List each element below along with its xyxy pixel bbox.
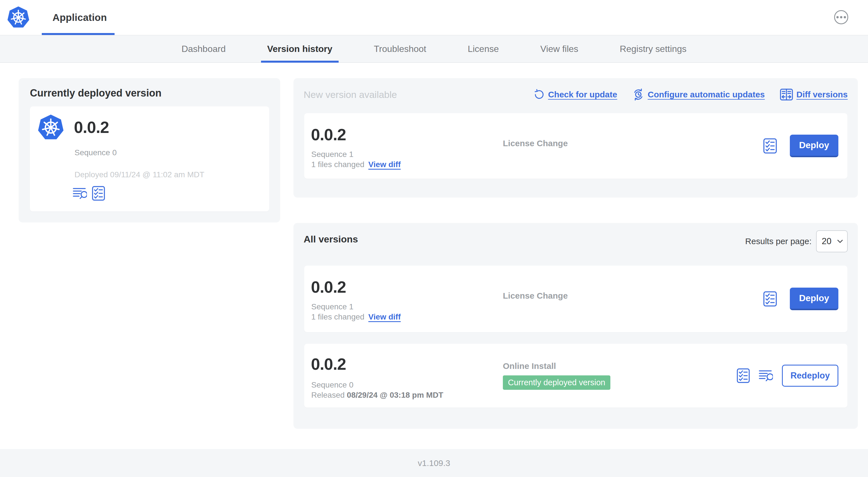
current-version-actions bbox=[73, 186, 105, 201]
current-version-number: 0.0.2 bbox=[74, 118, 109, 137]
row-version-number: 0.0.2 bbox=[311, 277, 346, 296]
section-tabbar: Dashboard Version history Troubleshoot L… bbox=[0, 35, 868, 63]
current-deployed-timestamp: Deployed 09/11/24 @ 11:02 am MDT bbox=[74, 170, 204, 179]
current-sequence-label: Sequence 0 bbox=[74, 148, 117, 157]
all-versions-heading: All versions bbox=[304, 234, 358, 245]
currently-deployed-heading: Currently deployed version bbox=[30, 87, 161, 99]
files-changed-label: 1 files changed bbox=[311, 312, 364, 322]
row-sequence: Sequence 1 bbox=[311, 302, 353, 311]
tab-license[interactable]: License bbox=[461, 35, 505, 62]
version-source-label: Online Install bbox=[503, 361, 556, 371]
app-title-tab[interactable]: Application bbox=[53, 12, 107, 23]
files-changed-row: 1 files changed View diff bbox=[311, 312, 401, 322]
files-changed-label: 1 files changed bbox=[311, 160, 364, 169]
version-row: 0.0.2 Sequence 0 Released 08/29/24 @ 03:… bbox=[304, 344, 847, 408]
preflight-checks-icon[interactable] bbox=[92, 186, 105, 201]
active-tab-underline bbox=[261, 61, 339, 63]
current-version-card: 0.0.2 Sequence 0 Deployed 09/11/24 @ 11:… bbox=[30, 107, 269, 211]
new-version-actions: Deploy bbox=[763, 113, 838, 179]
tab-registry-settings[interactable]: Registry settings bbox=[614, 35, 693, 62]
chevron-down-icon bbox=[837, 239, 843, 244]
version-row: 0.0.2 Sequence 1 1 files changed View di… bbox=[304, 266, 847, 332]
preflight-checks-icon[interactable] bbox=[763, 291, 777, 307]
results-per-page: Results per page: 20 bbox=[745, 230, 848, 252]
app-version-icon bbox=[37, 114, 64, 141]
currently-deployed-panel: Currently deployed version 0.0.2 Sequenc… bbox=[19, 78, 280, 222]
row-actions: Deploy bbox=[763, 266, 838, 332]
kubernetes-logo-icon bbox=[7, 6, 30, 29]
version-source-label: License Change bbox=[503, 139, 568, 148]
configure-automatic-updates-link[interactable]: Configure automatic updates bbox=[632, 89, 765, 100]
all-versions-panel: All versions Results per page: 20 0.0.2 … bbox=[293, 223, 858, 429]
row-sequence: Sequence 0 bbox=[311, 381, 353, 389]
tab-version-history[interactable]: Version history bbox=[261, 35, 339, 62]
new-version-header: New version available Check for update C… bbox=[304, 87, 848, 102]
redeploy-button[interactable]: Redeploy bbox=[782, 365, 838, 387]
app-footer: v1.109.3 bbox=[0, 449, 868, 477]
row-actions: Redeploy bbox=[737, 344, 838, 408]
released-date: 08/29/24 @ 03:18 pm MDT bbox=[347, 391, 443, 399]
console-version-label: v1.109.3 bbox=[417, 458, 450, 468]
preflight-checks-icon[interactable] bbox=[763, 138, 777, 154]
app-title-active-underline bbox=[42, 33, 115, 35]
new-version-panel: New version available Check for update C… bbox=[293, 78, 858, 198]
released-label: Released bbox=[311, 391, 345, 399]
tab-view-files[interactable]: View files bbox=[534, 35, 585, 62]
deploy-button[interactable]: Deploy bbox=[790, 135, 838, 157]
check-for-update-link[interactable]: Check for update bbox=[533, 89, 617, 100]
diff-icon bbox=[780, 89, 793, 100]
diff-versions-link[interactable]: Diff versions bbox=[780, 89, 848, 100]
results-per-page-select[interactable]: 20 bbox=[816, 230, 848, 252]
preflight-checks-icon[interactable] bbox=[737, 368, 750, 383]
new-version-sequence: Sequence 1 bbox=[311, 150, 353, 159]
results-per-page-label: Results per page: bbox=[745, 237, 812, 246]
view-deploy-logs-icon[interactable] bbox=[759, 369, 773, 382]
view-diff-link[interactable]: View diff bbox=[368, 312, 401, 322]
view-diff-link[interactable]: View diff bbox=[368, 160, 401, 169]
deploy-button[interactable]: Deploy bbox=[790, 288, 838, 310]
currently-deployed-badge: Currently deployed version bbox=[503, 376, 610, 390]
new-version-card: 0.0.2 Sequence 1 1 files changed View di… bbox=[304, 113, 847, 179]
tab-dashboard[interactable]: Dashboard bbox=[175, 35, 232, 62]
scheduled-update-icon bbox=[632, 89, 644, 100]
new-version-heading: New version available bbox=[304, 89, 397, 100]
view-deploy-logs-icon[interactable] bbox=[73, 187, 87, 200]
new-version-number: 0.0.2 bbox=[311, 125, 346, 144]
tab-troubleshoot[interactable]: Troubleshoot bbox=[368, 35, 433, 62]
app-header: Application bbox=[0, 0, 868, 35]
files-changed-row: 1 files changed View diff bbox=[311, 160, 401, 169]
row-version-number: 0.0.2 bbox=[311, 355, 346, 374]
update-links: Check for update Configure automatic upd… bbox=[533, 89, 848, 100]
released-timestamp: Released 08/29/24 @ 03:18 pm MDT bbox=[311, 391, 443, 400]
refresh-icon bbox=[533, 89, 545, 100]
version-source-label: License Change bbox=[503, 291, 568, 301]
ellipsis-icon bbox=[836, 16, 839, 18]
results-per-page-value: 20 bbox=[822, 236, 831, 246]
app-menu-button[interactable] bbox=[834, 10, 848, 24]
